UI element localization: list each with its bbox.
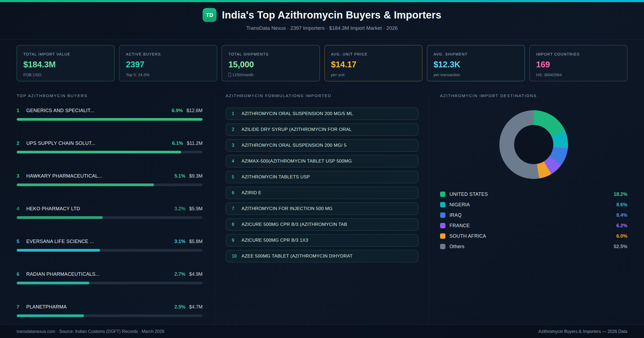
buyer-bar-track — [17, 151, 203, 153]
import-destinations-donut-chart — [499, 110, 568, 179]
destinations-section-title: AZITHROMYCIN IMPORT DESTINATIONS — [440, 93, 627, 98]
stat-card: AVG. SHIPMENT $12.3K per transaction — [427, 45, 525, 81]
legend-row: UNITED STATES 18.2% — [440, 191, 627, 198]
buyer-bar-fill — [17, 216, 103, 219]
buyer-rank: 6 — [17, 271, 26, 277]
formulation-item: 8 AZICURE 500MG CPR B/3 (AZITHROMYCIN TA… — [226, 218, 418, 231]
brand-badge: TD — [203, 8, 217, 22]
buyer-row-head: 3 HAWKARY PHARMACEUTICAL... 5.1% $9.3M — [17, 173, 203, 179]
buyer-share-percent: 2.5% — [174, 304, 185, 310]
formulation-name: AZICURE 500MG CPR B/3 (AZITHROMYCIN TAB — [241, 222, 347, 227]
page-title: India's Top Azithromycin Buyers & Import… — [222, 9, 441, 21]
buyer-row-head: 2 UPS SUPPLY CHAIN SOLUT... 6.1% $11.2M — [17, 141, 203, 146]
buyer-bar-track — [17, 314, 203, 317]
top-accent-bar — [0, 0, 644, 2]
formulation-item: 6 AZIRID E — [226, 187, 418, 199]
buyer-bar-track — [17, 249, 203, 252]
formulation-item: 9 AZICURE 500MG CPR B/3 1X3 — [226, 234, 418, 247]
legend-percent: 52.5% — [614, 244, 627, 249]
buyer-bar-fill — [17, 183, 154, 186]
stat-value: $14.17 — [331, 60, 416, 69]
stat-card: TOTAL IMPORT VALUE $184.3M FOB USD — [17, 45, 115, 81]
buyer-row: 5 EVERSANA LIFE SCIENCE ... 3.1% $5.8M — [17, 239, 203, 252]
stat-label: TOTAL IMPORT VALUE — [23, 52, 108, 56]
formulation-rank: 7 — [232, 206, 241, 211]
stat-sub: per transaction — [434, 72, 518, 77]
legend-country-label: IRAQ — [449, 212, 616, 218]
buyer-share-percent: 3.2% — [174, 206, 185, 212]
buyer-bar-fill — [17, 314, 84, 317]
buyer-rank: 2 — [17, 141, 26, 146]
legend-color-swatch — [440, 244, 445, 249]
buyer-share-percent: 5.1% — [174, 173, 185, 179]
legend-row: NIGERIA 8.6% — [440, 201, 627, 208]
buyer-row-head: 1 GENERICS AND SPECIALIT... 6.9% $12.6M — [17, 108, 203, 113]
legend-percent: 8.4% — [616, 212, 627, 218]
stat-card: ACTIVE BUYERS 2397 Top 5: 24.3% — [119, 45, 217, 81]
formulation-name: AZEE 500MG TABLET (AZITHROMYCIN DIHYDRAT — [241, 254, 353, 259]
footer: transdatanexus.com · Source: Indian Cust… — [0, 325, 644, 338]
buyer-row: 6 RADIAN PHARMACEUTICALS... 2.7% $4.9M — [17, 271, 203, 284]
formulation-name: AZITHROMYCIN FOR INJECTION 500 MG — [241, 206, 333, 211]
footer-note-text: Azithromycin Buyers & Importers — 2026 D… — [538, 329, 627, 334]
legend-country-label: Others — [449, 244, 614, 249]
stats-row: TOTAL IMPORT VALUE $184.3M FOB USD ACTIV… — [17, 45, 627, 81]
formulation-rank: 8 — [232, 222, 241, 227]
destinations-section: AZITHROMYCIN IMPORT DESTINATIONS UNITED … — [429, 93, 644, 325]
buyer-rank: 7 — [17, 304, 26, 310]
buyer-name: GENERICS AND SPECIALIT... — [26, 108, 167, 113]
stat-card: TOTAL SHIPMENTS 15,000 1250/month — [222, 45, 320, 81]
legend-color-swatch — [440, 202, 445, 207]
formulation-item: 10 AZEE 500MG TABLET (AZITHROMYCIN DIHYD… — [226, 250, 418, 262]
dashboard-root: TD India's Top Azithromycin Buyers & Imp… — [0, 0, 644, 338]
buyer-row: 1 GENERICS AND SPECIALIT... 6.9% $12.6M — [17, 108, 203, 121]
formulation-item: 5 AZITHROMYCIN TABLETS USP — [226, 171, 418, 183]
buyer-bar-fill — [17, 249, 100, 252]
legend-row: IRAQ 8.4% — [440, 212, 627, 219]
buyer-bar-track — [17, 183, 203, 186]
legend-country-label: UNITED STATES — [449, 192, 614, 197]
buyer-name: HEKO PHARMACY LTD — [26, 206, 170, 212]
stat-sub: FOB USD — [23, 72, 108, 77]
legend-country-label: NIGERIA — [449, 202, 616, 208]
buyer-row: 7 PLANETPHARMA 2.5% $4.7M — [17, 304, 203, 317]
buyer-rank: 1 — [17, 108, 26, 113]
buyer-name: EVERSANA LIFE SCIENCE ... — [26, 239, 170, 244]
formulation-name: AZICURE 500MG CPR B/3 1X3 — [241, 238, 308, 243]
buyer-share-percent: 6.9% — [172, 108, 183, 113]
stat-value: $184.3M — [23, 60, 108, 69]
stat-value: 169 — [536, 60, 621, 69]
buyer-share-percent: 2.7% — [174, 271, 185, 277]
formulation-name: AZILIDE DRY SYRUP (AZITHROMYCIN FOR ORAL — [241, 127, 352, 132]
title-row: TD India's Top Azithromycin Buyers & Imp… — [0, 8, 644, 22]
buyer-share-percent: 6.1% — [172, 141, 183, 146]
main-content: TOP AZITHROMYCIN BUYERS 1 GENERICS AND S… — [0, 93, 644, 325]
formulation-name: AZIRID E — [241, 190, 261, 196]
buyers-section-title: TOP AZITHROMYCIN BUYERS — [17, 93, 203, 98]
legend-color-swatch — [440, 192, 445, 197]
stat-sub: 1250/month — [228, 72, 313, 77]
formulation-rank: 10 — [232, 254, 241, 259]
legend-row: FRANCE 6.2% — [440, 222, 627, 229]
formulation-rank: 4 — [232, 159, 241, 164]
buyer-name: PLANETPHARMA — [26, 304, 170, 310]
formulation-rank: 1 — [232, 111, 241, 116]
footer-source-text: transdatanexus.com · Source: Indian Cust… — [17, 329, 164, 334]
legend-row: SOUTH AFRICA 6.0% — [440, 233, 627, 240]
legend-color-swatch — [440, 223, 445, 228]
formulation-rank: 2 — [232, 127, 241, 132]
missing-glyph-box — [228, 73, 231, 77]
buyer-bar-fill — [17, 118, 203, 121]
stat-label: TOTAL SHIPMENTS — [228, 52, 313, 56]
stat-label: AVG. SHIPMENT — [434, 52, 518, 56]
stat-value: $12.3K — [434, 60, 518, 69]
formulation-name: AZITHROMYCIN ORAL SUSPENSION 200 MG/ 5 — [241, 143, 346, 148]
stat-sub: HS: 30042064 — [536, 72, 621, 77]
formulation-name: AZITHROMYCIN TABLETS USP — [241, 174, 310, 180]
buyer-row-head: 4 HEKO PHARMACY LTD 3.2% $5.9M — [17, 206, 203, 212]
buyer-bar-track — [17, 282, 203, 284]
buyer-row-head: 6 RADIAN PHARMACEUTICALS... 2.7% $4.9M — [17, 271, 203, 277]
buyer-share-percent: 3.1% — [174, 239, 185, 244]
buyer-rank: 3 — [17, 173, 26, 179]
legend-percent: 8.6% — [616, 202, 627, 208]
